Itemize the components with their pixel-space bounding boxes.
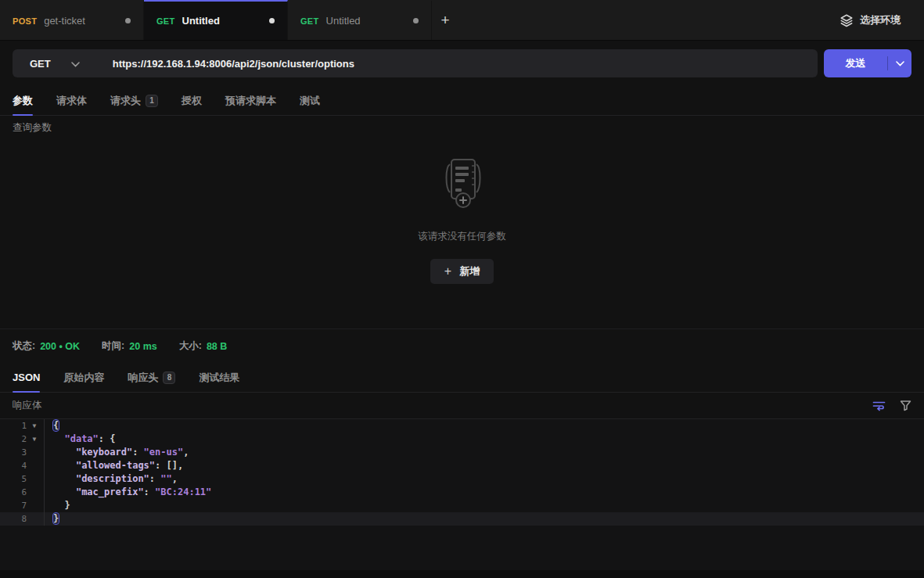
code-gutter: 2 ▼ [0,433,45,446]
layers-icon [840,13,854,27]
code-line[interactable]: 2 ▼ "data": { [0,433,924,446]
code-token: "allowed-tags" [76,460,155,471]
line-number: 7 [0,499,27,512]
size-label: 大小: [179,339,202,353]
url-box: GET [13,49,818,77]
subtab-badge: 1 [146,95,158,107]
horizontal-scrollbar[interactable] [0,570,924,578]
request-tab-预请求脚本[interactable]: 预请求脚本 [225,86,276,115]
response-time: 时间: 20 ms [102,339,157,353]
code-gutter: 3 ▼ [0,446,45,459]
code-token [53,486,76,497]
send-options-button[interactable] [888,61,911,66]
response-tab-原始内容[interactable]: 原始内容 [63,363,104,392]
params-empty-state: 该请求没有任何参数 + 新增 [0,138,924,328]
code-gutter: 5 ▼ [0,472,45,486]
request-tab-请求体[interactable]: 请求体 [56,86,87,115]
chevron-down-icon [71,56,80,70]
subtab-label: 请求体 [56,94,87,108]
subtab-label: 预请求脚本 [225,94,276,108]
line-number: 8 [0,512,27,526]
response-body-header: 响应体 [0,393,924,419]
subtab-label: JSON [13,372,40,383]
filter-icon[interactable] [900,400,911,411]
request-tab-bar: POST get-ticket GET Untitled GET Untitle… [0,0,924,41]
code-line[interactable]: 7 ▼ } [0,499,924,512]
empty-params-message: 该请求没有任何参数 [418,230,506,243]
code-line[interactable]: 3 ▼ "keyboard": "en-us", [0,446,924,459]
line-number: 2 [0,433,27,446]
response-tab-测试结果[interactable]: 测试结果 [199,363,239,392]
code-line-content: "allowed-tags": [], [45,459,183,472]
fold-arrow-icon[interactable]: ▼ [27,433,42,446]
code-token: "mac_prefix" [76,486,144,497]
code-gutter: 6 ▼ [0,486,45,499]
word-wrap-icon[interactable] [872,400,886,411]
request-tab-授权[interactable]: 授权 [182,86,202,115]
empty-params-icon [433,153,492,216]
fold-arrow-icon[interactable]: ▼ [27,419,42,433]
code-line[interactable]: 6 ▼ "mac_prefix": "BC:24:11" [0,486,924,499]
code-line[interactable]: 1 ▼ { [0,419,924,433]
code-line-content: { [45,419,59,433]
request-tab-测试[interactable]: 测试 [300,86,320,115]
response-tab-JSON[interactable]: JSON [13,363,40,392]
unsaved-dot-icon [413,18,419,23]
add-param-button[interactable]: + 新增 [430,259,494,284]
response-tab-响应头[interactable]: 响应头 8 [128,363,175,392]
code-token: "BC:24:11" [155,486,211,497]
new-tab-button[interactable]: + [432,0,458,40]
environment-selector-label: 选择环境 [860,13,901,27]
code-token: : [149,473,160,484]
line-number: 1 [0,419,27,433]
request-tab[interactable]: GET Untitled [144,0,288,40]
subtab-label: 原始内容 [63,371,104,385]
code-line-content: "mac_prefix": "BC:24:11" [45,486,211,499]
code-line-content: } [45,512,59,526]
send-button[interactable]: 发送 [824,49,911,77]
code-line[interactable]: 8 ▼ } [0,512,924,526]
line-number: 6 [0,486,27,499]
method-dropdown[interactable]: GET [13,56,94,70]
code-token [53,447,76,458]
request-tab-请求头[interactable]: 请求头 1 [110,86,158,115]
subtab-label: 响应头 [128,371,158,385]
code-line[interactable]: 4 ▼ "allowed-tags": [], [0,459,924,472]
code-token: : [132,447,143,458]
request-subtabs: 参数 请求体 请求头 1 授权 预请求脚本 测试 [0,86,924,116]
request-tab-参数[interactable]: 参数 [13,86,33,115]
code-token: { [53,420,59,431]
tab-method-label: POST [13,16,37,26]
response-subtabs: JSON 原始内容 响应头 8 测试结果 [0,363,924,393]
code-gutter: 1 ▼ [0,419,45,433]
response-json-editor[interactable]: 1 ▼ { 2 ▼ "data": { 3 ▼ "keyboard": "en-… [0,419,924,578]
tab-method-label: GET [156,16,175,26]
code-token: { [110,433,115,444]
response-body-label: 响应体 [13,399,42,412]
code-token: : [99,433,110,444]
status-label: 状态: [13,339,35,353]
code-token: : [155,460,166,471]
subtab-label: 测试结果 [199,371,239,385]
line-number: 4 [0,459,27,472]
request-tab[interactable]: POST get-ticket [0,0,144,40]
code-line[interactable]: 5 ▼ "description": "", [0,472,924,486]
subtab-label: 测试 [300,94,320,108]
code-line-content: } [45,499,70,512]
code-gutter: 7 ▼ [0,499,45,512]
code-token [53,460,76,471]
response-status-bar: 状态: 200 • OK 时间: 20 ms 大小: 88 B [0,328,924,363]
code-token: : [144,486,155,497]
environment-selector[interactable]: 选择环境 [830,0,924,40]
plus-icon: + [440,12,449,29]
query-params-label: 查询参数 [0,116,924,138]
code-line-content: "description": "", [45,472,178,486]
code-line-content: "data": { [45,433,116,446]
unsaved-dot-icon [269,18,275,23]
request-tab[interactable]: GET Untitled [288,0,432,40]
code-token: } [53,500,70,511]
response-size: 大小: 88 B [179,339,228,353]
url-input[interactable] [94,58,818,70]
tabbar-spacer [458,0,830,40]
plus-icon: + [444,264,451,278]
